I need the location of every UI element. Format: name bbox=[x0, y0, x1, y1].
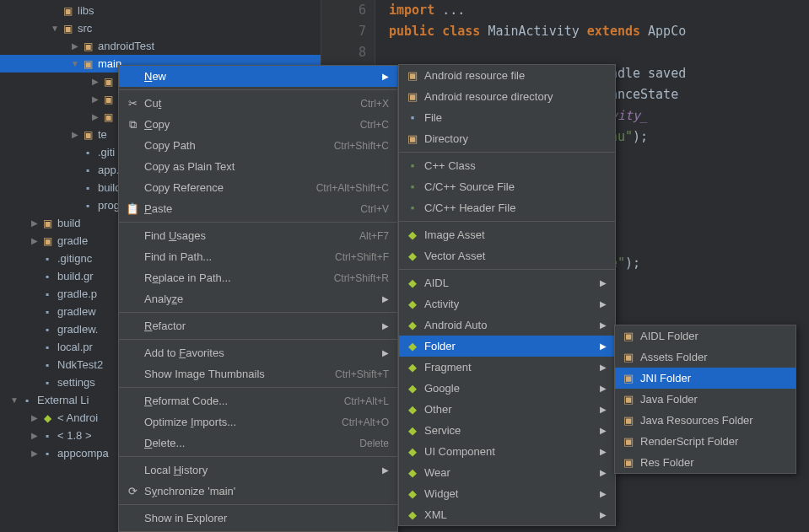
context-menu-item[interactable]: Optimize Imports...Ctrl+Alt+O bbox=[119, 411, 397, 433]
menu-label: XML bbox=[421, 508, 595, 521]
and-icon: ◆ bbox=[404, 340, 421, 352]
tree-label: build bbox=[57, 217, 80, 229]
new-submenu-item[interactable]: ▪File bbox=[399, 107, 615, 128]
new-submenu-item[interactable]: ▪C/C++ Header File bbox=[399, 197, 615, 218]
context-menu-item[interactable]: Reformat Code...Ctrl+Alt+L bbox=[119, 390, 397, 411]
folder-submenu-item[interactable]: ▣JNI Folder bbox=[615, 368, 796, 389]
new-submenu-item[interactable]: ▣Directory bbox=[399, 128, 615, 149]
chevron-icon[interactable]: ▶ bbox=[29, 218, 40, 228]
tree-row[interactable]: ▼▣src bbox=[0, 19, 321, 37]
chevron-icon[interactable]: ▼ bbox=[49, 24, 61, 33]
folder-icon: ▣ bbox=[61, 4, 74, 18]
submenu-arrow-icon: ▶ bbox=[377, 321, 389, 330]
code-line[interactable]: import ... bbox=[389, 0, 686, 21]
folder-submenu[interactable]: ▣AIDL Folder▣Assets Folder▣JNI Folder▣Ja… bbox=[614, 325, 796, 474]
context-menu-item[interactable]: Show in Explorer bbox=[119, 508, 397, 529]
new-submenu-item[interactable]: ◆XML▶ bbox=[399, 504, 615, 525]
chevron-icon[interactable]: ▶ bbox=[29, 449, 40, 458]
menu-label: Wear bbox=[421, 466, 595, 479]
and-icon: ◆ bbox=[404, 277, 421, 289]
folder-type-icon: ▣ bbox=[620, 330, 637, 342]
chevron-icon[interactable]: ▶ bbox=[29, 236, 40, 245]
res-icon: ▣ bbox=[404, 90, 421, 103]
chevron-icon[interactable]: ▼ bbox=[8, 395, 20, 405]
context-menu-item[interactable]: Copy as Plain Text bbox=[119, 156, 397, 177]
context-menu-item[interactable]: Add to Favorites▶ bbox=[119, 342, 397, 363]
tree-row[interactable]: ▶▣androidTest bbox=[0, 37, 321, 55]
new-submenu-item[interactable]: ◆Image Asset bbox=[399, 224, 615, 245]
menu-label: Google bbox=[421, 382, 595, 395]
chevron-icon[interactable]: ▶ bbox=[29, 413, 40, 422]
folder-submenu-item[interactable]: ▣Java Resources Folder bbox=[615, 410, 796, 431]
context-menu-item[interactable]: Replace in Path...Ctrl+Shift+R bbox=[119, 267, 397, 288]
new-submenu[interactable]: ▣Android resource file▣Android resource … bbox=[398, 64, 616, 526]
lib-icon: ▪ bbox=[20, 394, 34, 407]
new-submenu-item[interactable]: ▪C++ Class bbox=[399, 155, 615, 176]
context-menu-item[interactable]: Find in Path...Ctrl+Shift+F bbox=[119, 246, 397, 267]
chevron-icon[interactable]: ▶ bbox=[89, 94, 101, 104]
folder-submenu-item[interactable]: ▣AIDL Folder bbox=[615, 325, 796, 347]
menu-separator bbox=[399, 152, 615, 153]
new-submenu-item[interactable]: ▣Android resource directory bbox=[399, 86, 615, 107]
new-submenu-item[interactable]: ◆Widget▶ bbox=[399, 483, 615, 504]
context-menu-item[interactable]: Delete...Delete bbox=[119, 433, 397, 454]
new-submenu-item[interactable]: ◆Vector Asset bbox=[399, 245, 615, 266]
context-menu-item[interactable]: Local History▶ bbox=[119, 459, 397, 481]
code-line[interactable]: public class MainActivity extends AppCo bbox=[389, 21, 686, 42]
context-menu-item[interactable]: ✂CutCtrl+X bbox=[119, 93, 397, 114]
folder-submenu-item[interactable]: ▣RenderScript Folder bbox=[615, 431, 796, 452]
chevron-icon[interactable]: ▶ bbox=[69, 41, 81, 51]
context-menu-item[interactable]: 📋PasteCtrl+V bbox=[119, 198, 397, 219]
context-menu-item[interactable]: ⧉CopyCtrl+C bbox=[119, 114, 397, 135]
new-submenu-item[interactable]: ◆Google▶ bbox=[399, 378, 615, 399]
new-submenu-item[interactable]: ◆Wear▶ bbox=[399, 462, 615, 483]
submenu-arrow-icon: ▶ bbox=[377, 348, 389, 357]
file-icon: ▪ bbox=[81, 199, 94, 212]
new-submenu-item[interactable]: ◆Other▶ bbox=[399, 399, 615, 420]
folder-submenu-item[interactable]: ▣Java Folder bbox=[615, 389, 796, 410]
new-submenu-item[interactable]: ◆Folder▶ bbox=[399, 336, 615, 357]
new-submenu-item[interactable]: ◆Fragment▶ bbox=[399, 357, 615, 378]
new-submenu-item[interactable]: ◆Activity▶ bbox=[399, 293, 615, 314]
context-menu-item[interactable]: Refactor▶ bbox=[119, 315, 397, 336]
chevron-icon[interactable]: ▶ bbox=[69, 130, 81, 139]
new-submenu-item[interactable]: ◆UI Component▶ bbox=[399, 441, 615, 462]
folder-icon: ▣ bbox=[81, 40, 94, 53]
context-menu[interactable]: New▶✂CutCtrl+X⧉CopyCtrl+CCopy PathCtrl+S… bbox=[118, 65, 398, 532]
new-submenu-item[interactable]: ◆AIDL▶ bbox=[399, 272, 615, 293]
menu-label: New bbox=[141, 70, 377, 83]
code-line[interactable] bbox=[389, 42, 686, 63]
tree-label: build.gr bbox=[57, 270, 94, 282]
menu-label: Res Folder bbox=[637, 456, 787, 469]
new-submenu-item[interactable]: ▣Android resource file bbox=[399, 65, 615, 86]
context-menu-item[interactable]: Find UsagesAlt+F7 bbox=[119, 225, 397, 246]
shortcut-label: Alt+F7 bbox=[359, 230, 389, 242]
tree-label: androidTest bbox=[98, 40, 154, 52]
menu-label: C++ Class bbox=[421, 159, 607, 172]
folder-submenu-item[interactable]: ▣Assets Folder bbox=[615, 347, 796, 368]
chevron-icon[interactable]: ▼ bbox=[69, 59, 81, 68]
tree-label: gradlew bbox=[57, 305, 96, 318]
shortcut-label: Ctrl+Shift+F bbox=[335, 251, 389, 263]
menu-label: UI Component bbox=[421, 445, 595, 458]
tree-row[interactable]: ▣libs bbox=[0, 2, 321, 19]
context-menu-item[interactable]: New▶ bbox=[119, 66, 397, 87]
file-icon: ▪ bbox=[40, 305, 54, 319]
menu-label: Copy bbox=[141, 118, 360, 131]
menu-label: Add to Favorites bbox=[141, 347, 377, 359]
new-submenu-item[interactable]: ◆Service▶ bbox=[399, 420, 615, 441]
chevron-icon[interactable]: ▶ bbox=[89, 77, 101, 86]
chevron-icon[interactable]: ▶ bbox=[29, 431, 40, 440]
context-menu-item[interactable]: Show Image ThumbnailsCtrl+Shift+T bbox=[119, 363, 397, 384]
chevron-icon[interactable]: ▶ bbox=[89, 112, 101, 121]
context-menu-item[interactable]: ⟳Synchronize 'main' bbox=[119, 481, 397, 502]
context-menu-item[interactable]: Copy ReferenceCtrl+Alt+Shift+C bbox=[119, 177, 397, 198]
menu-separator bbox=[119, 222, 397, 223]
folder-submenu-item[interactable]: ▣Res Folder bbox=[615, 452, 796, 473]
context-menu-item[interactable]: Copy PathCtrl+Shift+C bbox=[119, 135, 397, 156]
menu-label: Synchronize 'main' bbox=[141, 485, 389, 497]
context-menu-item[interactable]: Analyze▶ bbox=[119, 288, 397, 309]
new-submenu-item[interactable]: ▪C/C++ Source File bbox=[399, 176, 615, 197]
new-submenu-item[interactable]: ◆Android Auto▶ bbox=[399, 314, 615, 336]
menu-separator bbox=[399, 221, 615, 222]
